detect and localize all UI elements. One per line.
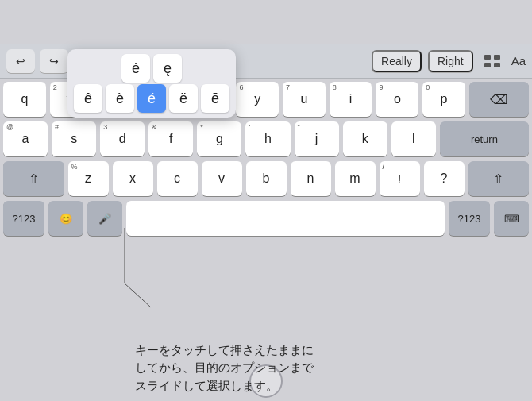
really-button[interactable]: Really: [372, 50, 422, 72]
key-q[interactable]: q: [3, 82, 46, 117]
key-k[interactable]: k: [343, 121, 387, 156]
caption: キーをタッチして押さえたままに してから、目的のオプションまで スライドして選択…: [135, 341, 314, 395]
top-bar-right: Really Right Aa: [372, 49, 526, 73]
key-x[interactable]: x: [113, 161, 153, 196]
redo-icon: ↪: [49, 55, 59, 67]
num-left-key[interactable]: ?123: [3, 201, 44, 236]
popup-key-emacron[interactable]: ē: [201, 84, 229, 113]
key-l[interactable]: l: [391, 121, 436, 156]
key-row-3: ⇧ %z x c v b n m /! ? ⇧: [3, 161, 529, 196]
num-right-key[interactable]: ?123: [449, 201, 490, 236]
space-key[interactable]: [126, 201, 445, 236]
redo-button[interactable]: ↪: [40, 49, 68, 73]
svg-rect-1: [494, 55, 500, 60]
key-g[interactable]: *g: [197, 121, 241, 156]
key-s[interactable]: #s: [52, 121, 96, 156]
popup-key-egrave[interactable]: è: [106, 84, 134, 113]
key-row-4: ?123 😊 🎤 ?123 ⌨: [3, 201, 529, 236]
key-p[interactable]: 0p: [422, 82, 465, 117]
return-key[interactable]: return: [440, 121, 529, 156]
key-f[interactable]: &f: [148, 121, 193, 156]
key-a[interactable]: @a: [3, 121, 48, 156]
svg-rect-0: [484, 55, 491, 60]
key-h[interactable]: 'h: [245, 121, 290, 156]
caption-line3: スライドして選択します。: [135, 377, 314, 395]
key-o[interactable]: 9o: [376, 82, 418, 117]
undo-button[interactable]: ↩: [6, 49, 35, 73]
shift-key[interactable]: ⇧: [3, 161, 64, 196]
svg-rect-2: [484, 63, 491, 67]
aa-button[interactable]: Aa: [511, 54, 526, 67]
key-question[interactable]: ?: [424, 161, 465, 196]
key-b[interactable]: b: [246, 161, 287, 196]
key-row-2: @a #s 3d &f *g 'h "j k l return: [3, 121, 529, 156]
key-d[interactable]: 3d: [100, 121, 145, 156]
popup-key-eacute[interactable]: é: [137, 84, 166, 113]
popup-key-eogonek[interactable]: ę: [153, 54, 182, 83]
e-variants-popup: ė ę ê è é ë ē: [67, 49, 236, 118]
popup-key-eumlaut[interactable]: ë: [169, 84, 198, 113]
key-z[interactable]: %z: [68, 161, 109, 196]
key-v[interactable]: v: [202, 161, 242, 196]
svg-rect-3: [494, 63, 500, 67]
popup-top-row: ė ę: [121, 54, 182, 83]
caption-line1: キーをタッチして押さえたままに: [135, 341, 314, 360]
shift-right-key[interactable]: ⇧: [468, 161, 530, 196]
key-n[interactable]: n: [291, 161, 331, 196]
backspace-key[interactable]: ⌫: [469, 82, 529, 117]
key-u[interactable]: 7u: [283, 82, 326, 117]
emoji-key[interactable]: 😊: [48, 201, 83, 236]
top-bar-left: ↩ ↪: [6, 49, 68, 73]
grid-button[interactable]: [480, 49, 505, 73]
grid-icon: [484, 55, 500, 67]
key-m[interactable]: m: [335, 161, 376, 196]
key-j[interactable]: "j: [295, 121, 339, 156]
keyboard-hide-key[interactable]: ⌨: [494, 201, 529, 236]
popup-key-edot[interactable]: ė: [121, 54, 150, 83]
caption-line2: してから、目的のオプションまで: [135, 359, 314, 377]
popup-key-ecircumflex[interactable]: ê: [74, 84, 102, 113]
right-button[interactable]: Right: [428, 50, 473, 72]
mic-key[interactable]: 🎤: [87, 201, 122, 236]
key-y[interactable]: 6y: [236, 82, 279, 117]
key-c[interactable]: c: [157, 161, 198, 196]
device-area: ↩ ↪ Really Right Aa ė ę: [0, 0, 532, 401]
key-i[interactable]: 8i: [330, 82, 372, 117]
undo-icon: ↩: [16, 55, 25, 67]
popup-bottom-row: ê è é ë ē: [74, 84, 229, 113]
key-exclaim[interactable]: /!: [380, 161, 420, 196]
